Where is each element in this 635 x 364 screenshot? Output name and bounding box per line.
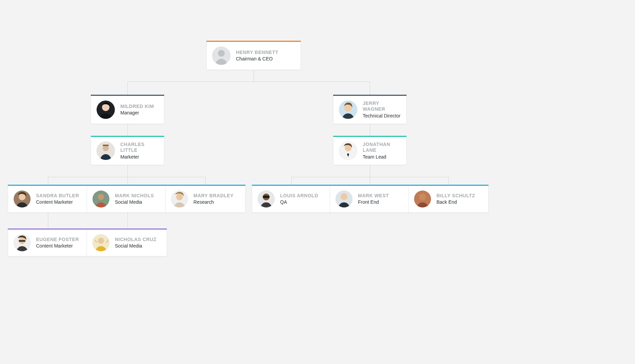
avatar	[339, 101, 357, 119]
person-card-manager[interactable]: MILDRED KIM Manager	[91, 95, 164, 124]
avatar	[92, 234, 109, 251]
person-info: MARK NICHOLS Social Media	[115, 193, 154, 205]
person-name: NICHOLAS CRUZ	[115, 237, 156, 243]
avatar	[414, 190, 431, 207]
svg-point-32	[98, 194, 104, 200]
person-card-ceo[interactable]: HENRY BENNETT Chairman & CEO	[206, 41, 301, 70]
avatar	[212, 47, 230, 65]
avatar	[171, 190, 188, 207]
person-card-social-media-1[interactable]: MARK NICHOLS Social Media	[87, 185, 167, 213]
person-info: JERRY WAGNER Technical Director	[363, 101, 401, 119]
person-info: MILDRED KIM Manager	[120, 104, 154, 116]
org-chart-connectors	[0, 0, 635, 364]
person-role: Team Lead	[363, 154, 401, 160]
person-role: Social Media	[115, 243, 156, 249]
person-role: Content Marketer	[36, 199, 79, 205]
person-info: MARK WEST Front End	[358, 193, 389, 205]
person-card-research[interactable]: MARY BRADLEY Research	[165, 185, 245, 213]
person-role: Research	[193, 199, 234, 205]
svg-point-34	[176, 194, 183, 200]
person-name: MARY BRADLEY	[193, 193, 234, 199]
person-info: HENRY BENNETT Chairman & CEO	[236, 50, 278, 62]
person-card-team-lead[interactable]: JONATHAN LANE Team Lead	[333, 136, 407, 165]
person-card-social-media-2[interactable]: NICHOLAS CRUZ Social Media	[87, 229, 167, 256]
person-name: HENRY BENNETT	[236, 50, 278, 56]
svg-point-39	[341, 193, 347, 200]
person-role: Back End	[436, 199, 475, 205]
person-role: Chairman & CEO	[236, 56, 278, 62]
person-name: JERRY WAGNER	[363, 101, 401, 112]
avatar	[97, 101, 115, 119]
svg-rect-44	[19, 240, 25, 242]
person-name: MARK WEST	[358, 193, 389, 199]
person-role: Front End	[358, 199, 389, 205]
person-info: NICHOLAS CRUZ Social Media	[115, 237, 156, 249]
person-role: Manager	[120, 110, 154, 116]
avatar	[14, 190, 31, 207]
person-info: LOUIS ARNOLD QA	[280, 193, 318, 205]
avatar	[92, 190, 109, 207]
person-card-marketer[interactable]: CHARLES LITTLE Marketer	[91, 136, 164, 165]
person-name: MARK NICHOLS	[115, 193, 154, 199]
svg-point-46	[98, 238, 104, 244]
person-name: LOUIS ARNOLD	[280, 193, 318, 199]
avatar	[258, 190, 275, 207]
org-chart: HENRY BENNETT Chairman & CEO MILDRED KIM…	[0, 0, 635, 364]
person-card-front-end[interactable]: MARK WEST Front End	[330, 185, 410, 213]
svg-point-41	[419, 194, 426, 200]
person-info: MARY BRADLEY Research	[193, 193, 234, 205]
person-info: SANDRA BUTLER Content Marketer	[36, 193, 79, 205]
person-name: CHARLES LITTLE	[120, 142, 158, 153]
person-info: CHARLES LITTLE Marketer	[120, 142, 158, 160]
svg-point-19	[218, 50, 225, 57]
person-role: Content Marketer	[36, 243, 79, 249]
person-info: BILLY SCHULTZ Back End	[436, 193, 475, 205]
svg-rect-37	[263, 196, 270, 198]
person-name: BILLY SCHULTZ	[436, 193, 475, 199]
avatar	[97, 142, 115, 160]
person-role: Social Media	[115, 199, 154, 205]
person-role: QA	[280, 199, 318, 205]
person-card-technical-director[interactable]: JERRY WAGNER Technical Director	[333, 95, 407, 124]
person-info: EUGENE FOSTER Content Marketer	[36, 237, 79, 249]
person-name: MILDRED KIM	[120, 104, 154, 110]
person-card-content-marketer-2[interactable]: EUGENE FOSTER Content Marketer	[8, 229, 88, 256]
avatar	[339, 142, 357, 160]
svg-rect-26	[103, 145, 109, 146]
person-role: Technical Director	[363, 113, 401, 119]
person-role: Marketer	[120, 154, 158, 160]
avatar	[14, 234, 31, 251]
person-card-content-marketer-1[interactable]: SANDRA BUTLER Content Marketer	[8, 185, 88, 213]
person-info: JONATHAN LANE Team Lead	[363, 142, 401, 160]
person-name: JONATHAN LANE	[363, 142, 401, 153]
person-card-back-end[interactable]: BILLY SCHULTZ Back End	[408, 185, 488, 213]
avatar	[336, 190, 353, 207]
person-card-qa[interactable]: LOUIS ARNOLD QA	[252, 185, 332, 213]
person-name: SANDRA BUTLER	[36, 193, 79, 199]
person-name: EUGENE FOSTER	[36, 237, 79, 243]
